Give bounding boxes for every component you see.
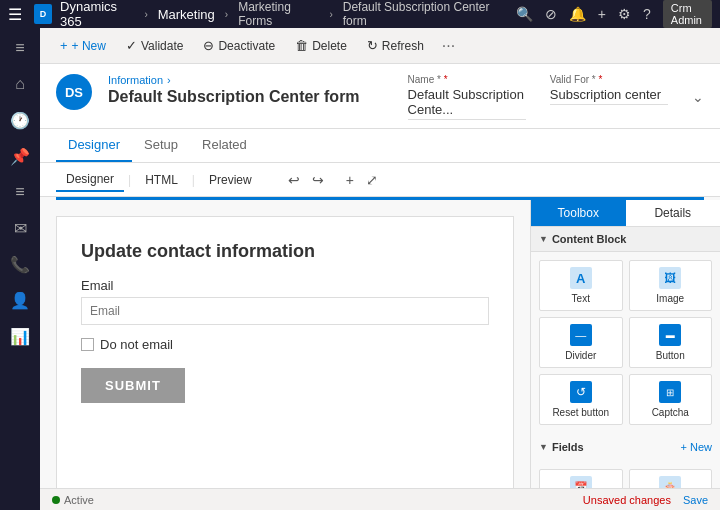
fields-header: ▼ Fields <box>539 437 681 457</box>
email-label: Email <box>81 278 489 293</box>
form-tab-html[interactable]: HTML <box>135 169 188 191</box>
new-button[interactable]: + + New <box>52 34 114 57</box>
delete-button[interactable]: 🗑 Delete <box>287 34 355 57</box>
form-tab-designer[interactable]: Designer <box>56 168 124 192</box>
hamburger-menu[interactable]: ☰ <box>8 5 22 24</box>
sidebar-phone-icon[interactable]: 📞 <box>4 248 36 280</box>
record-type[interactable]: Information › <box>108 74 360 86</box>
panel-tabs: Toolbox Details <box>531 200 720 227</box>
designer-area: Designer | HTML | Preview ↩ ↪ + ⤢ Updat <box>40 163 720 488</box>
sidebar-pinned-icon[interactable]: 📌 <box>4 140 36 172</box>
image-block-label: Image <box>656 293 684 304</box>
user-menu[interactable]: Crm Admin <box>663 0 712 28</box>
add-field-icon[interactable]: + <box>340 170 360 190</box>
sidebar-mail-icon[interactable]: ✉ <box>4 212 36 244</box>
more-options-button[interactable]: ··· <box>436 37 461 55</box>
record-title: Default Subscription Center form <box>108 88 360 106</box>
nav-icons: 🔍 ⊘ 🔔 + ⚙ ? Crm Admin <box>516 0 712 28</box>
header-expand-icon[interactable]: ⌄ <box>692 89 704 105</box>
canvas-area: Update contact information Email Do not … <box>40 200 530 488</box>
sidebar-recent-icon[interactable]: 🕐 <box>4 104 36 136</box>
form-tab-preview[interactable]: Preview <box>199 169 262 191</box>
submit-button[interactable]: SUBMIT <box>81 368 185 403</box>
add-icon[interactable]: + <box>598 6 606 22</box>
top-nav: ☰ D Dynamics 365 › Marketing › Marketing… <box>0 0 720 28</box>
panel-item-birthday[interactable]: 🎂 Birthday <box>629 469 713 488</box>
form-toolbar: Designer | HTML | Preview ↩ ↪ + ⤢ <box>40 163 720 197</box>
main-content: + + New ✓ Validate ⊖ Deactivate 🗑 Delete… <box>40 28 720 510</box>
new-icon: + <box>60 38 68 53</box>
sidebar-nav-icon[interactable]: ≡ <box>4 32 36 64</box>
valid-for-value[interactable]: Subscription center <box>550 87 668 105</box>
do-not-email-checkbox[interactable] <box>81 338 94 351</box>
sidebar-home-icon[interactable]: ⌂ <box>4 68 36 100</box>
sidebar-people-icon[interactable]: 👤 <box>4 284 36 316</box>
header-fields: Name * Default Subscription Cente... Val… <box>376 74 668 120</box>
status-label: Active <box>64 494 94 506</box>
record-header: DS Information › Default Subscription Ce… <box>40 64 720 129</box>
undo-icon[interactable]: ↩ <box>282 170 306 190</box>
designer-content: Update contact information Email Do not … <box>40 200 720 488</box>
tab-designer[interactable]: Designer <box>56 129 132 162</box>
app-name: Dynamics 365 <box>60 0 134 29</box>
content-block-header: ▼ Content Block <box>531 227 720 252</box>
fields-arrow: ▼ <box>539 442 548 452</box>
nav-chevron-3: › <box>329 9 332 20</box>
deactivate-icon: ⊖ <box>203 38 214 53</box>
anniversary-icon: 📅 <box>570 476 592 488</box>
do-not-email-label: Do not email <box>100 337 173 352</box>
redo-icon[interactable]: ↪ <box>306 170 330 190</box>
do-not-email-row: Do not email <box>81 337 489 352</box>
type-chevron-icon: › <box>167 74 171 86</box>
settings-circle-icon[interactable]: ⊘ <box>545 6 557 22</box>
divider-block-label: Divider <box>565 350 596 361</box>
panel-item-captcha[interactable]: ⊞ Captcha <box>629 374 713 425</box>
breadcrumb-1[interactable]: Marketing Forms <box>238 0 319 28</box>
panel-item-image[interactable]: 🖼 Image <box>629 260 713 311</box>
nav-module[interactable]: Marketing <box>158 7 215 22</box>
name-field-value[interactable]: Default Subscription Cente... <box>408 87 526 120</box>
unsaved-changes-label: Unsaved changes <box>583 494 671 506</box>
tab-setup[interactable]: Setup <box>132 129 190 162</box>
panel-tab-details[interactable]: Details <box>626 200 721 226</box>
sidebar-graph-icon[interactable]: 📊 <box>4 320 36 352</box>
validate-button[interactable]: ✓ Validate <box>118 34 191 57</box>
form-canvas-title: Update contact information <box>81 241 489 262</box>
button-block-icon: ▬ <box>659 324 681 346</box>
panel-item-anniversary[interactable]: 📅 Anniversary <box>539 469 623 488</box>
name-field: Name * Default Subscription Cente... <box>408 74 526 120</box>
valid-for-label: Valid For * <box>550 74 668 85</box>
panel-tab-toolbox[interactable]: Toolbox <box>531 200 626 226</box>
content-block-grid: A Text 🖼 Image — Divider <box>531 252 720 433</box>
panel-item-text[interactable]: A Text <box>539 260 623 311</box>
fields-label: Fields <box>552 441 584 453</box>
tab-separator-1: | <box>128 173 131 187</box>
deactivate-button[interactable]: ⊖ Deactivate <box>195 34 283 57</box>
nav-chevron-1: › <box>144 9 147 20</box>
refresh-button[interactable]: ↻ Refresh <box>359 34 432 57</box>
search-icon[interactable]: 🔍 <box>516 6 533 22</box>
help-icon[interactable]: ? <box>643 6 651 22</box>
expand-icon[interactable]: ⤢ <box>360 170 384 190</box>
breadcrumb-2: Default Subscription Center form <box>343 0 500 28</box>
panel-item-reset[interactable]: ↺ Reset button <box>539 374 623 425</box>
save-button-status[interactable]: Save <box>683 494 708 506</box>
email-input[interactable] <box>81 297 489 325</box>
fields-new-link[interactable]: + New <box>681 441 713 453</box>
status-indicator: Active <box>52 494 94 506</box>
image-block-icon: 🖼 <box>659 267 681 289</box>
delete-icon: 🗑 <box>295 38 308 53</box>
nav-chevron-2: › <box>225 9 228 20</box>
tab-related[interactable]: Related <box>190 129 259 162</box>
gear-icon[interactable]: ⚙ <box>618 6 631 22</box>
content-block-arrow: ▼ <box>539 234 548 244</box>
record-info: Information › Default Subscription Cente… <box>108 74 360 106</box>
text-block-label: Text <box>572 293 590 304</box>
app-logo: D <box>34 4 52 24</box>
sidebar-list-icon[interactable]: ≡ <box>4 176 36 208</box>
notification-icon[interactable]: 🔔 <box>569 6 586 22</box>
status-dot <box>52 496 60 504</box>
panel-item-button[interactable]: ▬ Button <box>629 317 713 368</box>
panel-item-divider[interactable]: — Divider <box>539 317 623 368</box>
panel-scroll[interactable]: ▼ Content Block A Text 🖼 <box>531 227 720 488</box>
